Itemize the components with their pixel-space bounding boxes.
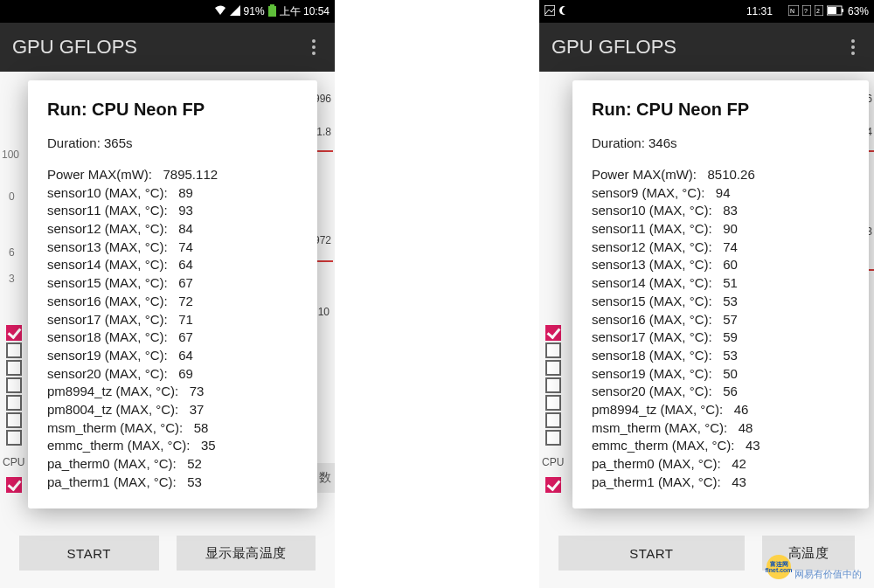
svg-rect-0 bbox=[268, 6, 276, 17]
statusbar: 91% 上午 10:54 bbox=[0, 0, 335, 23]
watermark-text: 网易有价值中的 bbox=[794, 569, 862, 579]
sensor-row: sensor20 (MAX, °C): 56 bbox=[592, 383, 850, 401]
sensor-row: sensor19 (MAX, °C): 50 bbox=[592, 365, 850, 384]
sensor-row: sensor18 (MAX, °C): 67 bbox=[47, 329, 298, 347]
sensor-row: sensor18 (MAX, °C): 53 bbox=[592, 347, 850, 365]
axis-label: 100 bbox=[2, 149, 19, 161]
results-dialog: Run: CPU Neon FP Duration: 365s Power MA… bbox=[28, 80, 317, 508]
sensor-row: pm8994_tz (MAX, °C): 46 bbox=[592, 401, 850, 419]
results-dialog: Run: CPU Neon FP Duration: 346s Power MA… bbox=[572, 80, 869, 508]
phone-left: 91% 上午 10:54 GPU GFLOPS 100 0 6 3 8996 9… bbox=[0, 0, 335, 588]
sensor-row: pm8994_tz (MAX, °C): 73 bbox=[47, 383, 298, 401]
sensor-row: sensor17 (MAX, °C): 59 bbox=[592, 329, 850, 347]
watermark-logo-icon: 富连网 flnet.com bbox=[766, 555, 791, 579]
sensor-row: sensor11 (MAX, °C): 93 bbox=[47, 202, 298, 220]
sim-icon: 2 bbox=[815, 5, 823, 18]
sensor-row: pa_therm1 (MAX, °C): 53 bbox=[47, 474, 298, 492]
sensor-row: pa_therm1 (MAX, °C): 43 bbox=[592, 474, 850, 492]
sensor-row: sensor12 (MAX, °C): 74 bbox=[592, 239, 850, 257]
chart-value: 10 bbox=[318, 306, 329, 318]
sensor-row: pm8004_tz (MAX, °C): 37 bbox=[47, 401, 298, 419]
appbar: GPU GFLOPS bbox=[0, 23, 335, 72]
sensor-checkbox[interactable] bbox=[545, 477, 561, 493]
sensor-row: sensor14 (MAX, °C): 64 bbox=[47, 256, 298, 274]
sensor-row: pa_therm0 (MAX, °C): 52 bbox=[47, 455, 298, 474]
sensor-row: sensor20 (MAX, °C): 69 bbox=[47, 365, 298, 384]
battery-icon bbox=[827, 5, 844, 18]
duration-text: Duration: 365s bbox=[47, 135, 298, 150]
svg-rect-13 bbox=[842, 9, 843, 12]
sensor-row: sensor16 (MAX, °C): 57 bbox=[592, 311, 850, 329]
statusbar: 11:31 N ? 2 63% bbox=[539, 0, 874, 23]
sensor-row: sensor10 (MAX, °C): 89 bbox=[47, 184, 298, 203]
app-title: GPU GFLOPS bbox=[12, 36, 137, 59]
sensor-row: sensor13 (MAX, °C): 74 bbox=[47, 239, 298, 257]
sensor-row: sensor10 (MAX, °C): 83 bbox=[592, 202, 850, 220]
clock-text: 上午 10:54 bbox=[280, 4, 329, 19]
sensor-checkbox[interactable] bbox=[545, 325, 561, 341]
sensor-checkbox[interactable] bbox=[6, 477, 22, 493]
start-button[interactable]: START bbox=[19, 536, 159, 571]
watermark: 富连网 flnet.com 网易有价值中的 bbox=[766, 555, 862, 579]
sensor-row: sensor14 (MAX, °C): 51 bbox=[592, 274, 850, 293]
sensor-row: sensor17 (MAX, °C): 71 bbox=[47, 311, 298, 329]
svg-text:2: 2 bbox=[816, 8, 820, 14]
sensor-checkbox[interactable] bbox=[545, 377, 561, 393]
sensor-checkbox[interactable] bbox=[6, 342, 22, 358]
dialog-title: Run: CPU Neon FP bbox=[592, 100, 850, 120]
checkbox-column bbox=[545, 325, 561, 446]
sensor-row: pa_therm0 (MAX, °C): 42 bbox=[592, 455, 850, 474]
svg-text:?: ? bbox=[804, 8, 808, 14]
phone-right: 11:31 N ? 2 63% GPU GFLOPS bbox=[539, 0, 874, 588]
sensor-row: emmc_therm (MAX, °C): 43 bbox=[592, 437, 850, 455]
sensor-row: sensor16 (MAX, °C): 72 bbox=[47, 293, 298, 311]
sensor-checkbox[interactable] bbox=[6, 430, 22, 446]
svg-text:N: N bbox=[790, 8, 794, 14]
sensor-checkbox[interactable] bbox=[545, 342, 561, 358]
sensor-checkbox[interactable] bbox=[545, 360, 561, 376]
dialog-title: Run: CPU Neon FP bbox=[47, 100, 298, 120]
app-title: GPU GFLOPS bbox=[551, 36, 676, 59]
sensor-row: sensor15 (MAX, °C): 53 bbox=[592, 293, 850, 311]
axis-label: 6 bbox=[9, 246, 15, 259]
sensor-rows: Power MAX(mW): 8510.26sensor9 (MAX, °C):… bbox=[592, 166, 850, 491]
sensor-row: msm_therm (MAX, °C): 48 bbox=[592, 419, 850, 438]
gap bbox=[335, 0, 539, 588]
axis-label: 0 bbox=[9, 190, 15, 203]
sensor-row: sensor13 (MAX, °C): 60 bbox=[592, 256, 850, 274]
duration-text: Duration: 346s bbox=[592, 135, 850, 150]
cpu-label: CPU bbox=[542, 456, 564, 468]
clock-text: 11:31 bbox=[746, 5, 773, 17]
signal-icon bbox=[230, 5, 240, 18]
sensor-row: msm_therm (MAX, °C): 58 bbox=[47, 419, 298, 438]
sensor-checkbox[interactable] bbox=[545, 412, 561, 428]
sensor-checkbox[interactable] bbox=[6, 395, 22, 411]
cpu-label: CPU bbox=[3, 456, 24, 468]
sensor-checkbox[interactable] bbox=[545, 395, 561, 411]
button-row: START 显示最高温度 bbox=[19, 536, 316, 571]
overflow-menu-icon[interactable] bbox=[844, 32, 862, 62]
start-button[interactable]: START bbox=[558, 536, 745, 571]
sensor-checkbox[interactable] bbox=[6, 325, 22, 341]
overflow-menu-icon[interactable] bbox=[305, 32, 323, 62]
sensor-checkbox[interactable] bbox=[545, 430, 561, 446]
moon-icon bbox=[558, 5, 569, 18]
battery-percent: 63% bbox=[848, 5, 869, 17]
sensor-checkbox[interactable] bbox=[6, 412, 22, 428]
sim-icon: ? bbox=[802, 5, 811, 18]
sensor-row: Power MAX(mW): 7895.112 bbox=[47, 166, 298, 184]
axis-label: 3 bbox=[9, 273, 15, 285]
image-icon bbox=[545, 5, 555, 18]
sensor-checkbox[interactable] bbox=[6, 360, 22, 376]
show-max-temp-button[interactable]: 显示最高温度 bbox=[177, 536, 316, 571]
svg-rect-12 bbox=[828, 7, 836, 14]
sensor-row: sensor12 (MAX, °C): 84 bbox=[47, 220, 298, 239]
appbar: GPU GFLOPS bbox=[539, 23, 874, 72]
sensor-checkbox[interactable] bbox=[6, 377, 22, 393]
nfc-icon: N bbox=[788, 5, 799, 18]
sensor-row: sensor19 (MAX, °C): 64 bbox=[47, 347, 298, 365]
wifi-icon bbox=[214, 5, 226, 18]
sensor-row: sensor9 (MAX, °C): 94 bbox=[592, 184, 850, 203]
checkbox-column bbox=[6, 325, 22, 446]
checkbox-column bbox=[6, 477, 22, 493]
